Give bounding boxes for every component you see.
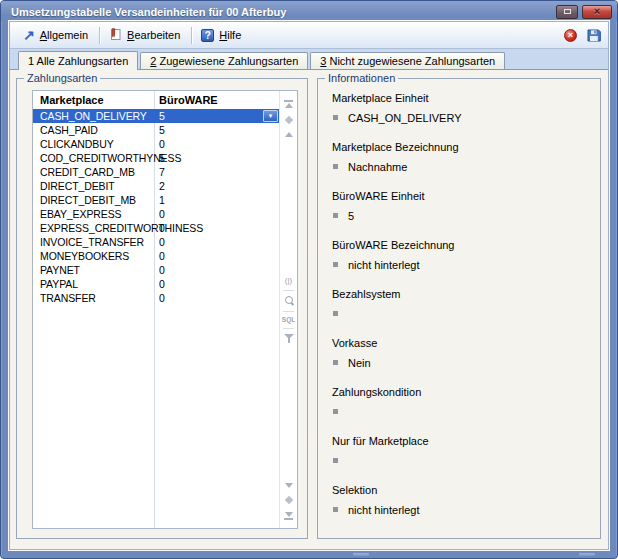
strip-bottom-group bbox=[284, 483, 293, 520]
column-header-buroware[interactable]: BüroWARE bbox=[154, 94, 279, 106]
marketplace-cell: TRANSFER bbox=[33, 292, 154, 304]
sql-icon[interactable]: SQL bbox=[282, 317, 295, 324]
resize-grip[interactable] bbox=[579, 553, 595, 556]
cancel-icon: × bbox=[568, 30, 573, 40]
buroware-cell: 0 bbox=[154, 236, 279, 248]
info-label: BüroWARE Bezeichnung bbox=[332, 239, 590, 251]
strip-separator bbox=[283, 328, 294, 329]
table-row[interactable]: CASH_ON_DELIVERY5▼ bbox=[33, 109, 279, 123]
buroware-cell: 0 bbox=[154, 278, 279, 290]
info-value: nicht hinterlegt bbox=[348, 259, 420, 271]
table-row[interactable]: DIRECT_DEBIT_MB1 bbox=[33, 193, 279, 207]
buroware-cell: 1 bbox=[154, 194, 279, 206]
info-label: Marketplace Einheit bbox=[332, 92, 590, 104]
info-label: Vorkasse bbox=[332, 337, 590, 349]
fit-columns-icon[interactable]: (|) bbox=[285, 277, 292, 285]
titlebar[interactable]: Umsetzungstabelle Versandeinheiten für 0… bbox=[1, 1, 617, 21]
info-field: Zahlungskondition bbox=[332, 386, 590, 418]
buroware-cell: 0 bbox=[154, 264, 279, 276]
bullet-icon bbox=[333, 360, 338, 365]
marketplace-cell: CLICKANDBUY bbox=[33, 138, 154, 150]
allgemein-button[interactable]: ↗ Allgemein bbox=[17, 25, 96, 45]
table-row[interactable]: CASH_PAID5 bbox=[33, 123, 279, 137]
table-row[interactable]: CREDIT_CARD_MB7 bbox=[33, 165, 279, 179]
info-label: Bezahlsystem bbox=[332, 288, 590, 300]
marketplace-cell: PAYNET bbox=[33, 264, 154, 276]
app-window: Umsetzungstabelle Versandeinheiten für 0… bbox=[0, 0, 618, 559]
info-value: CASH_ON_DELIVERY bbox=[348, 112, 462, 124]
toolbar: ↗ Allgemein Bearbeiten ? Hilfe bbox=[10, 22, 608, 49]
search-icon[interactable] bbox=[284, 296, 294, 306]
resize-grip[interactable] bbox=[353, 553, 369, 556]
bullet-icon bbox=[333, 164, 338, 169]
row-up-icon[interactable] bbox=[285, 132, 293, 137]
bullet-icon bbox=[333, 115, 338, 120]
window-title: Umsetzungstabelle Versandeinheiten für 0… bbox=[11, 6, 552, 18]
save-disk-icon bbox=[587, 29, 601, 42]
buroware-cell: 7 bbox=[154, 166, 279, 178]
restore-icon bbox=[564, 9, 571, 14]
table-row[interactable]: CLICKANDBUY0 bbox=[33, 137, 279, 151]
close-button[interactable]: × bbox=[582, 5, 612, 19]
informationen-groupbox: Informationen Marketplace EinheitCASH_ON… bbox=[317, 78, 601, 539]
buroware-cell: 5 bbox=[154, 110, 279, 122]
dropdown-arrow-button[interactable]: ▼ bbox=[263, 110, 278, 122]
marketplace-cell: COD_CREDITWORTHYNESS bbox=[33, 152, 154, 164]
table-row[interactable]: PAYNET0 bbox=[33, 263, 279, 277]
page-up-icon[interactable] bbox=[286, 117, 292, 123]
buroware-cell: 0 bbox=[154, 250, 279, 262]
payment-table-main: Marketplace BüroWARE CASH_ON_DELIVERY5▼C… bbox=[33, 91, 279, 528]
payment-table-body: CASH_ON_DELIVERY5▼CASH_PAID5CLICKANDBUY0… bbox=[33, 109, 279, 305]
buroware-cell: 2 bbox=[154, 180, 279, 192]
tab-zugewiesene-zahlungsarten[interactable]: 2 Zugewiesene Zahlungsarten bbox=[140, 52, 308, 69]
info-field: VorkasseNein bbox=[332, 337, 590, 369]
bullet-icon bbox=[333, 409, 338, 414]
buroware-cell: 0 bbox=[154, 208, 279, 220]
table-row[interactable]: INVOICE_TRANSFER0 bbox=[33, 235, 279, 249]
table-row[interactable]: EBAY_EXPRESS0 bbox=[33, 207, 279, 221]
marketplace-cell: CASH_PAID bbox=[33, 124, 154, 136]
table-row[interactable]: DIRECT_DEBIT2 bbox=[33, 179, 279, 193]
info-label: Selektion bbox=[332, 484, 590, 496]
marketplace-cell: DIRECT_DEBIT_MB bbox=[33, 194, 154, 206]
allgemein-label: Allgemein bbox=[40, 29, 88, 41]
tab-alle-zahlungsarten[interactable]: 1 Alle Zahlungsarten bbox=[18, 51, 138, 70]
hilfe-button[interactable]: ? Hilfe bbox=[195, 25, 249, 46]
edit-page-icon bbox=[109, 28, 122, 43]
scroll-to-bottom-icon[interactable] bbox=[284, 512, 293, 520]
save-button[interactable] bbox=[587, 29, 601, 42]
restore-button[interactable] bbox=[556, 5, 578, 19]
content-area: Zahlungsarten Marketplace BüroWARE CASH_… bbox=[10, 70, 608, 549]
payment-table: Marketplace BüroWARE CASH_ON_DELIVERY5▼C… bbox=[32, 90, 298, 529]
table-row[interactable]: TRANSFER0 bbox=[33, 291, 279, 305]
tab-nicht-zugewiesene-zahlungsarten[interactable]: 3 Nicht zugewiesene Zahlungsarten bbox=[310, 52, 505, 69]
arrow-up-right-icon: ↗ bbox=[23, 30, 35, 41]
column-header-marketplace[interactable]: Marketplace bbox=[33, 94, 154, 106]
filter-icon[interactable] bbox=[284, 334, 294, 343]
row-down-icon[interactable] bbox=[285, 483, 293, 488]
marketplace-cell: MONEYBOOKERS bbox=[33, 250, 154, 262]
bearbeiten-button[interactable]: Bearbeiten bbox=[103, 24, 188, 47]
bullet-icon bbox=[333, 262, 338, 267]
table-icon-strip: (|) SQL bbox=[279, 91, 297, 528]
table-row[interactable]: EXPRESS_CREDITWORTHINESS0 bbox=[33, 221, 279, 235]
table-row[interactable]: MONEYBOOKERS0 bbox=[33, 249, 279, 263]
strip-top-group bbox=[284, 100, 293, 137]
table-row[interactable]: COD_CREDITWORTHYNESS5 bbox=[33, 151, 279, 165]
bearbeiten-label: Bearbeiten bbox=[127, 29, 180, 41]
page-down-icon[interactable] bbox=[286, 497, 292, 503]
scroll-to-top-icon[interactable] bbox=[284, 100, 293, 108]
marketplace-cell: PAYPAL bbox=[33, 278, 154, 290]
bullet-icon bbox=[333, 458, 338, 463]
cancel-button[interactable]: × bbox=[564, 29, 577, 42]
marketplace-cell: CASH_ON_DELIVERY bbox=[33, 110, 154, 122]
marketplace-cell: EBAY_EXPRESS bbox=[33, 208, 154, 220]
info-label: BüroWARE Einheit bbox=[332, 190, 590, 202]
info-label: Zahlungskondition bbox=[332, 386, 590, 398]
info-label: Nur für Marketplace bbox=[332, 435, 590, 447]
marketplace-cell: CREDIT_CARD_MB bbox=[33, 166, 154, 178]
info-field: BüroWARE Bezeichnungnicht hinterlegt bbox=[332, 239, 590, 271]
table-row[interactable]: PAYPAL0 bbox=[33, 277, 279, 291]
info-value: Nachnahme bbox=[348, 161, 407, 173]
close-icon: × bbox=[594, 6, 600, 17]
